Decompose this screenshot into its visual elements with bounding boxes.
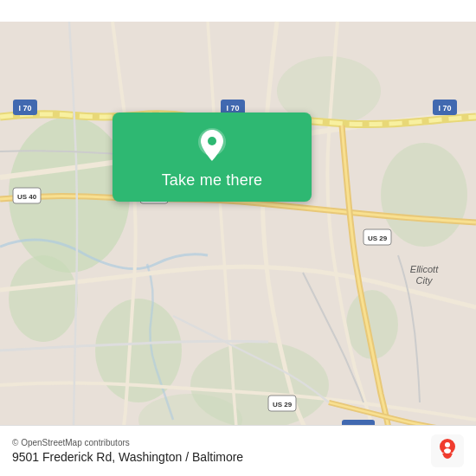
- svg-point-31: [445, 442, 450, 447]
- svg-text:I 70: I 70: [18, 104, 31, 113]
- take-me-there-button[interactable]: Take me there: [162, 171, 263, 190]
- moovit-logo: [431, 434, 464, 467]
- svg-text:Ellicott: Ellicott: [410, 264, 439, 274]
- map-container: I 70 I 70 I 70 US 40 US 40 US 29 US 29 M…: [0, 0, 476, 476]
- address-text: 9501 Frederick Rd, Washington / Baltimor…: [12, 450, 243, 464]
- svg-text:US 29: US 29: [273, 401, 293, 408]
- svg-point-28: [208, 137, 216, 145]
- bottom-bar: © OpenStreetMap contributors 9501 Freder…: [0, 425, 476, 476]
- svg-text:City: City: [416, 275, 434, 286]
- bottom-left: © OpenStreetMap contributors 9501 Freder…: [12, 438, 243, 464]
- osm-credit: © OpenStreetMap contributors: [12, 438, 243, 447]
- svg-text:US 29: US 29: [368, 235, 388, 242]
- take-me-there-overlay[interactable]: Take me there: [113, 113, 312, 202]
- svg-point-4: [9, 255, 78, 342]
- moovit-logo-icon: [431, 434, 464, 467]
- svg-point-6: [381, 143, 467, 247]
- svg-text:I 70: I 70: [226, 104, 239, 113]
- map-svg: I 70 I 70 I 70 US 40 US 40 US 29 US 29 M…: [0, 0, 476, 476]
- location-pin-icon: [193, 126, 231, 164]
- svg-text:US 40: US 40: [17, 193, 37, 201]
- svg-text:I 70: I 70: [438, 104, 451, 113]
